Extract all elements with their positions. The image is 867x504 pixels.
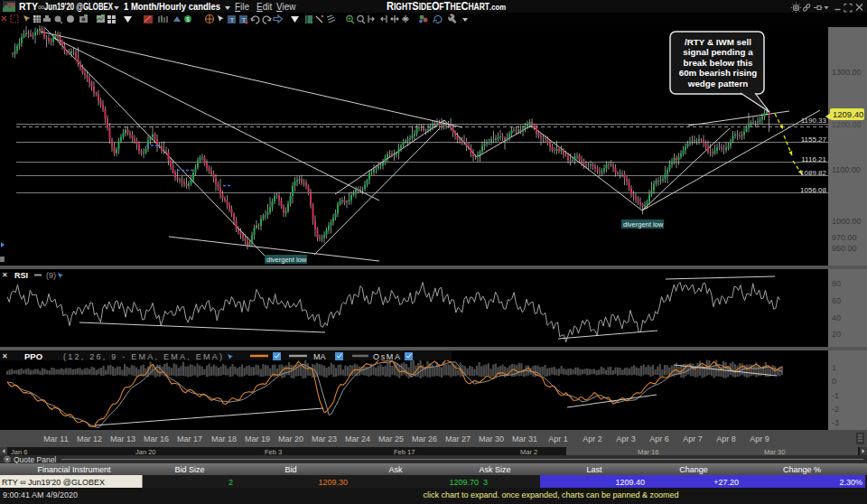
svg-text:Mar 26: Mar 26 xyxy=(412,434,437,443)
svg-text:1209.40: 1209.40 xyxy=(833,109,863,119)
svg-text:$: $ xyxy=(186,16,190,23)
svg-text:40: 40 xyxy=(832,313,841,322)
svg-text:Mar 31: Mar 31 xyxy=(512,434,537,443)
svg-text:970.00: 970.00 xyxy=(832,233,857,242)
svg-text:/RTY & IWM sell: /RTY & IWM sell xyxy=(685,37,751,47)
svg-text:divergent low: divergent low xyxy=(623,220,664,229)
svg-text:Quote Panel: Quote Panel xyxy=(14,455,56,463)
svg-text:80: 80 xyxy=(832,279,841,288)
svg-text:Mar 13: Mar 13 xyxy=(110,434,135,443)
svg-text:Apr 7: Apr 7 xyxy=(683,434,703,443)
svg-text:1209.30: 1209.30 xyxy=(318,478,348,487)
svg-text:PPO: PPO xyxy=(24,351,42,361)
svg-text:Change: Change xyxy=(679,465,708,474)
svg-text:Mar 27: Mar 27 xyxy=(445,434,471,443)
svg-text:File: File xyxy=(235,2,250,12)
svg-text:Apr 1: Apr 1 xyxy=(548,434,568,443)
svg-text:Mar 24: Mar 24 xyxy=(345,434,370,443)
svg-text:(12, 26, 9 - EMA, EMA, EMA): (12, 26, 9 - EMA, EMA, EMA) xyxy=(63,352,222,361)
svg-text:2.30%: 2.30% xyxy=(839,478,862,487)
svg-text:60: 60 xyxy=(832,296,841,305)
svg-text:signal pending a: signal pending a xyxy=(683,47,753,57)
svg-text:+27.20: +27.20 xyxy=(713,478,739,487)
svg-text:divergent low: divergent low xyxy=(266,256,307,264)
svg-text:Mar 18: Mar 18 xyxy=(211,434,237,443)
svg-text:Edit: Edit xyxy=(256,2,272,12)
svg-text:Apr 8: Apr 8 xyxy=(716,434,736,443)
svg-text:1056.08: 1056.08 xyxy=(800,186,826,194)
svg-text:Apr 2: Apr 2 xyxy=(583,434,602,443)
svg-text:Mar 25: Mar 25 xyxy=(378,434,404,443)
svg-text:1209.70 3: 1209.70 3 xyxy=(449,478,488,487)
svg-text:T: T xyxy=(230,16,235,24)
svg-text:Mar 16: Mar 16 xyxy=(144,434,169,443)
svg-text:Jan 20: Jan 20 xyxy=(135,448,156,456)
svg-text:1 Month/Hourly candles: 1 Month/Hourly candles xyxy=(124,1,220,12)
svg-text:Mar 16: Mar 16 xyxy=(638,448,658,456)
svg-text:RTY ∞ Jun19'20 @GLOBEX: RTY ∞ Jun19'20 @GLOBEX xyxy=(2,478,105,487)
svg-text:1200.00: 1200.00 xyxy=(832,120,862,129)
svg-text:Apr 3: Apr 3 xyxy=(616,434,636,443)
svg-text:Mar 23: Mar 23 xyxy=(312,434,337,443)
svg-text:(9): (9) xyxy=(46,271,56,280)
svg-text:Feb 17: Feb 17 xyxy=(394,448,415,456)
svg-text:1190.33: 1190.33 xyxy=(801,117,827,125)
svg-text:RIGHTSIDEOFTHECHART.com: RIGHTSIDEOFTHECHART.com xyxy=(387,0,506,13)
svg-text:Mar 12: Mar 12 xyxy=(77,434,102,443)
svg-text:-1: -1 xyxy=(832,391,839,400)
svg-text:View: View xyxy=(276,2,296,12)
svg-text:1: 1 xyxy=(832,363,836,372)
svg-text:RSI: RSI xyxy=(14,271,28,280)
svg-text:60m bearish rising: 60m bearish rising xyxy=(679,68,758,78)
svg-text:Mar 30: Mar 30 xyxy=(479,434,504,443)
svg-text:Apr 6: Apr 6 xyxy=(649,434,669,443)
svg-text:0: 0 xyxy=(832,377,836,386)
svg-text:Apr 9: Apr 9 xyxy=(750,434,769,443)
svg-text:click chart to expand. once ex: click chart to expand. once expanded, ch… xyxy=(423,490,678,499)
svg-text:Change %: Change % xyxy=(783,465,821,474)
svg-text:Bid Size: Bid Size xyxy=(174,465,204,474)
svg-text:Mar 2: Mar 2 xyxy=(520,448,537,456)
svg-text:-3: -3 xyxy=(832,418,839,427)
svg-text:Mar 30: Mar 30 xyxy=(764,448,785,456)
svg-text:Mar 19: Mar 19 xyxy=(245,434,270,443)
svg-text:Mar 11: Mar 11 xyxy=(43,434,68,443)
svg-text:Financial Instrument: Financial Instrument xyxy=(37,465,111,474)
svg-text:1116.21: 1116.21 xyxy=(801,155,826,163)
svg-text:Mar 17: Mar 17 xyxy=(177,434,202,443)
svg-text:Jan 6: Jan 6 xyxy=(11,448,27,456)
svg-text:1000.00: 1000.00 xyxy=(832,217,862,226)
svg-text:1100.00: 1100.00 xyxy=(832,165,861,174)
svg-text:Bid: Bid xyxy=(284,465,296,474)
svg-text:Jun19'20 @GLOBEX: Jun19'20 @GLOBEX xyxy=(44,1,113,12)
svg-text:Ask Size: Ask Size xyxy=(479,465,510,474)
svg-text:Ask: Ask xyxy=(388,465,403,474)
svg-text:break below this: break below this xyxy=(684,58,753,68)
svg-text:9:00:41 AM 4/9/2020: 9:00:41 AM 4/9/2020 xyxy=(3,490,78,499)
svg-text:✕: ✕ xyxy=(2,352,8,360)
svg-text:Last: Last xyxy=(586,465,602,474)
svg-text:✕: ✕ xyxy=(2,271,8,279)
svg-text:-2: -2 xyxy=(832,405,839,414)
svg-text:1089.82: 1089.82 xyxy=(800,169,826,177)
svg-text:Mar 20: Mar 20 xyxy=(278,434,303,443)
svg-text:1155.27: 1155.27 xyxy=(801,135,827,144)
svg-text:1209.40: 1209.40 xyxy=(615,478,645,487)
svg-text:OsMA: OsMA xyxy=(373,352,400,361)
svg-text:wedge pattern: wedge pattern xyxy=(687,79,748,89)
svg-text:1300.00: 1300.00 xyxy=(832,68,862,77)
svg-text:Feb 3: Feb 3 xyxy=(265,448,282,456)
svg-text:20: 20 xyxy=(832,330,841,339)
svg-text:MA: MA xyxy=(313,352,326,361)
svg-text:950.00: 950.00 xyxy=(832,244,857,253)
svg-text:2: 2 xyxy=(228,478,233,487)
svg-text:RTY: RTY xyxy=(19,1,38,12)
